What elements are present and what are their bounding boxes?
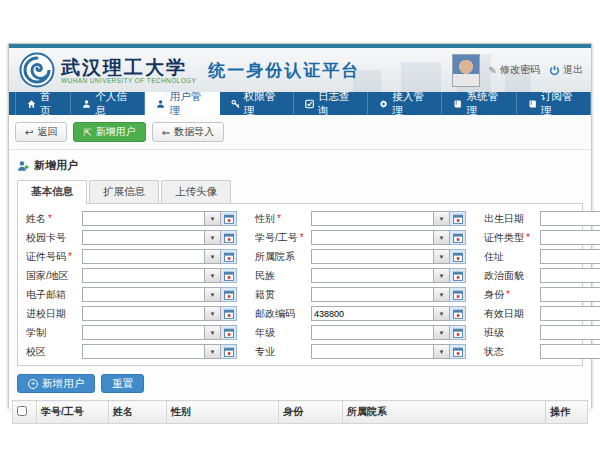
change-password-label: 修改密码 [500, 63, 540, 77]
calendar-icon[interactable] [450, 268, 466, 283]
field-input[interactable] [540, 325, 600, 340]
submit-add-user-button[interactable]: + 新增用户 [17, 374, 95, 393]
field-input[interactable] [311, 268, 434, 283]
change-password-link[interactable]: ✎ 修改密码 [489, 63, 540, 77]
nav-label: 订阅管理 [541, 90, 579, 118]
field-label: 年级* [251, 326, 311, 340]
field-input[interactable] [82, 306, 205, 321]
tab[interactable]: 基本信息 [17, 180, 87, 204]
select-all-checkbox[interactable] [17, 406, 27, 416]
dropdown-arrow-icon[interactable]: ▼ [205, 249, 221, 264]
field-input[interactable] [311, 230, 434, 245]
field-input[interactable] [311, 287, 434, 302]
nav-item-book-系统管理[interactable]: 系统管理 [442, 92, 516, 115]
dropdown-arrow-icon[interactable]: ▼ [434, 249, 450, 264]
form-field: 学制* ▼ [22, 325, 237, 340]
user-avatar[interactable] [452, 54, 480, 87]
calendar-icon[interactable] [221, 268, 237, 283]
table-header-5: 所属院系 [343, 401, 546, 424]
field-input[interactable] [311, 325, 434, 340]
field-input[interactable] [540, 249, 600, 264]
dropdown-arrow-icon[interactable]: ▼ [205, 287, 221, 302]
logout-link[interactable]: 退出 [549, 63, 583, 77]
field-input[interactable] [540, 230, 600, 245]
nav-label: 接入管理 [392, 90, 430, 118]
field-input[interactable] [311, 344, 434, 359]
calendar-icon[interactable] [221, 325, 237, 340]
add-user-button[interactable]: ⇱ 新增用户 [73, 122, 145, 142]
dropdown-arrow-icon[interactable]: ▼ [205, 306, 221, 321]
platform-title: 统一身份认证平台 [208, 59, 360, 82]
tab[interactable]: 上传头像 [161, 180, 231, 203]
field-input[interactable] [540, 287, 600, 302]
field-input[interactable] [82, 268, 205, 283]
form-field: 邮政编码* ▼ [251, 306, 466, 321]
dropdown-arrow-icon[interactable]: ▼ [434, 287, 450, 302]
dropdown-arrow-icon[interactable]: ▼ [434, 344, 450, 359]
nav-item-book-订阅管理[interactable]: 订阅管理 [517, 92, 591, 115]
calendar-icon[interactable] [450, 211, 466, 226]
calendar-icon[interactable] [221, 344, 237, 359]
field-input[interactable] [82, 287, 205, 302]
dropdown-arrow-icon[interactable]: ▼ [434, 306, 450, 321]
calendar-icon[interactable] [450, 306, 466, 321]
nav-icon [156, 99, 165, 109]
field-input[interactable] [82, 344, 205, 359]
field-input[interactable] [540, 344, 600, 359]
dropdown-arrow-icon[interactable]: ▼ [205, 325, 221, 340]
dropdown-arrow-icon[interactable]: ▼ [434, 230, 450, 245]
reset-button[interactable]: 重置 [101, 374, 144, 393]
nav-icon [305, 99, 314, 109]
calendar-icon[interactable] [221, 211, 237, 226]
calendar-icon[interactable] [450, 287, 466, 302]
university-name: 武汉理工大学 [61, 57, 196, 77]
nav-icon [379, 99, 388, 109]
nav-icon [231, 99, 240, 109]
calendar-icon[interactable] [450, 344, 466, 359]
nav-item-log-日志查询[interactable]: 日志查询 [294, 92, 368, 115]
nav-label: 日志查询 [318, 90, 356, 118]
calendar-icon[interactable] [221, 230, 237, 245]
dropdown-arrow-icon[interactable]: ▼ [205, 211, 221, 226]
field-input[interactable] [311, 249, 434, 264]
dropdown-arrow-icon[interactable]: ▼ [205, 344, 221, 359]
calendar-icon[interactable] [450, 249, 466, 264]
field-input[interactable] [82, 249, 205, 264]
brand-text: 武汉理工大学 WUHAN UNIVERSITY OF TECHNOLOGY [61, 57, 196, 84]
nav-item-key-权限管理[interactable]: 权限管理 [220, 92, 294, 115]
data-import-button[interactable]: ⇐ 数据导入 [152, 122, 224, 142]
required-asterisk: * [277, 213, 281, 224]
field-input[interactable] [540, 211, 600, 226]
dropdown-arrow-icon[interactable]: ▼ [205, 230, 221, 245]
field-input[interactable] [82, 325, 205, 340]
form-field: 证件号码* ▼ [22, 249, 237, 264]
dropdown-arrow-icon[interactable]: ▼ [205, 268, 221, 283]
field-label: 学号/工号* [251, 231, 311, 245]
field-input[interactable] [82, 230, 205, 245]
field-label: 进校日期* [22, 307, 82, 321]
field-input[interactable] [540, 268, 600, 283]
nav-item-user-个人信息[interactable]: 个人信息 [71, 92, 145, 115]
nav-label: 用户管理 [169, 90, 207, 118]
field-input[interactable] [311, 306, 434, 321]
field-input[interactable] [311, 211, 434, 226]
required-asterisk: * [300, 232, 304, 243]
calendar-icon[interactable] [221, 287, 237, 302]
form-field: 籍贯* ▼ [251, 287, 466, 302]
calendar-icon[interactable] [221, 306, 237, 321]
tab[interactable]: 扩展信息 [89, 180, 159, 203]
calendar-icon[interactable] [450, 325, 466, 340]
nav-item-user-用户管理[interactable]: 用户管理 [145, 92, 219, 115]
calendar-icon[interactable] [450, 230, 466, 245]
field-input[interactable] [540, 306, 600, 321]
nav-item-gear-接入管理[interactable]: 接入管理 [368, 92, 442, 115]
dropdown-arrow-icon[interactable]: ▼ [434, 211, 450, 226]
calendar-icon[interactable] [221, 249, 237, 264]
field-input[interactable] [82, 211, 205, 226]
nav-label: 权限管理 [244, 90, 282, 118]
form-field: 姓名* ▼ [22, 211, 237, 226]
dropdown-arrow-icon[interactable]: ▼ [434, 325, 450, 340]
back-button[interactable]: ↩ 返回 [15, 122, 67, 142]
dropdown-arrow-icon[interactable]: ▼ [434, 268, 450, 283]
nav-item-home-首页[interactable]: 首页 [15, 92, 71, 115]
